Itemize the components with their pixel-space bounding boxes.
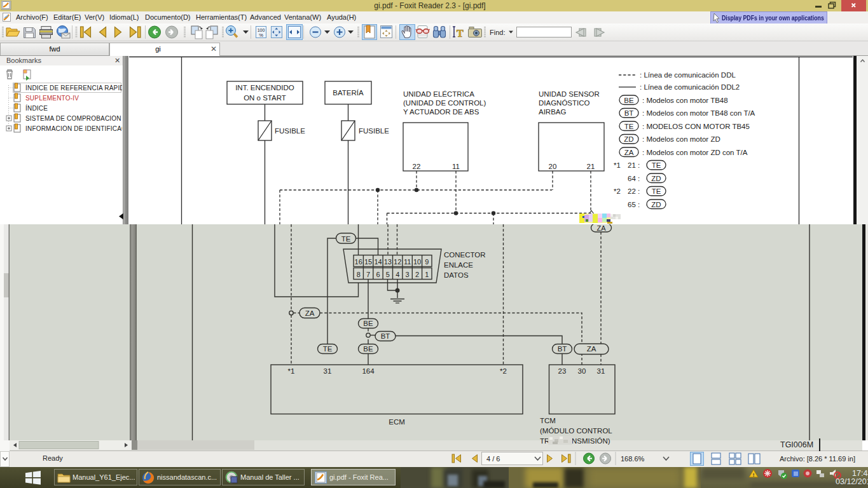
svg-text:!: ! bbox=[753, 472, 755, 478]
svg-text:1: 1 bbox=[425, 271, 429, 278]
svg-text:3: 3 bbox=[406, 271, 410, 278]
svg-text:21 :: 21 : bbox=[628, 161, 640, 169]
svg-text:ENLACE: ENLACE bbox=[444, 261, 473, 269]
svg-text:20: 20 bbox=[549, 163, 557, 170]
svg-text:BE: BE bbox=[363, 320, 373, 327]
svg-text:23: 23 bbox=[558, 367, 567, 375]
svg-text:*1: *1 bbox=[614, 161, 621, 169]
svg-text:ZA: ZA bbox=[596, 224, 606, 232]
svg-text:30: 30 bbox=[578, 367, 586, 375]
svg-text:22 :: 22 : bbox=[628, 187, 640, 195]
svg-text:16: 16 bbox=[355, 258, 362, 266]
svg-text:BE: BE bbox=[624, 97, 634, 104]
svg-text:BE: BE bbox=[363, 345, 373, 353]
svg-text:: Línea de comunicación DDL2: : Línea de comunicación DDL2 bbox=[640, 83, 740, 91]
svg-text:NSMISIÓN): NSMISIÓN) bbox=[572, 437, 610, 445]
svg-text:ZA: ZA bbox=[624, 149, 634, 156]
svg-text:ON o START: ON o START bbox=[244, 94, 286, 102]
svg-text:TE: TE bbox=[624, 123, 634, 130]
svg-text:TCM: TCM bbox=[540, 417, 556, 424]
svg-text:TE: TE bbox=[652, 187, 661, 195]
svg-text:9: 9 bbox=[425, 258, 429, 266]
svg-text:21: 21 bbox=[587, 163, 595, 170]
svg-text:: Modelos con motor ZD: : Modelos con motor ZD bbox=[642, 135, 720, 143]
svg-text:UNIDAD SENSOR: UNIDAD SENSOR bbox=[539, 90, 600, 98]
svg-text:Archivo: [8.26 * 11.69 in]: Archivo: [8.26 * 11.69 in] bbox=[780, 455, 855, 463]
svg-text:31: 31 bbox=[324, 367, 332, 375]
svg-text:Y ACTUADOR DE ABS: Y ACTUADOR DE ABS bbox=[403, 108, 479, 116]
svg-text:BT: BT bbox=[381, 332, 390, 340]
svg-text:BATERÍA: BATERÍA bbox=[333, 89, 364, 97]
svg-text:DATOS: DATOS bbox=[444, 271, 469, 279]
svg-text:TE: TE bbox=[323, 345, 333, 353]
svg-text:AIRBAG: AIRBAG bbox=[539, 108, 567, 116]
svg-text:ZD: ZD bbox=[624, 135, 633, 143]
svg-text:FUSIBLE: FUSIBLE bbox=[359, 127, 389, 135]
svg-text:13: 13 bbox=[384, 258, 392, 266]
svg-text:ZD: ZD bbox=[651, 175, 661, 182]
svg-text:: Modelos con motor ZD con T/A: : Modelos con motor ZD con T/A bbox=[642, 149, 748, 156]
svg-text:7: 7 bbox=[366, 271, 370, 278]
svg-text:FUSIBLE: FUSIBLE bbox=[275, 127, 305, 135]
svg-text:*2: *2 bbox=[500, 367, 507, 375]
svg-text:65 :: 65 : bbox=[628, 201, 640, 208]
svg-text:164: 164 bbox=[362, 367, 375, 375]
svg-text:5: 5 bbox=[386, 271, 390, 278]
svg-text:14: 14 bbox=[374, 258, 382, 266]
svg-text:22: 22 bbox=[413, 163, 421, 170]
svg-text:6: 6 bbox=[376, 271, 380, 278]
svg-text:100: 100 bbox=[258, 28, 265, 32]
svg-text:: MODELOS CON MOTOR TB45: : MODELOS CON MOTOR TB45 bbox=[642, 123, 750, 130]
svg-text:ECM: ECM bbox=[389, 418, 405, 426]
svg-text:: Modelos con motor TB48 con T: : Modelos con motor TB48 con T/A bbox=[642, 109, 755, 117]
svg-text:31: 31 bbox=[597, 367, 605, 375]
svg-text:DIAGNÓSTICO: DIAGNÓSTICO bbox=[539, 99, 590, 107]
svg-text:INT. ENCENDIDO: INT. ENCENDIDO bbox=[235, 84, 294, 92]
svg-text:168.6%: 168.6% bbox=[621, 455, 645, 463]
svg-text:4: 4 bbox=[396, 271, 399, 278]
svg-text:BT: BT bbox=[624, 109, 634, 117]
svg-text:2: 2 bbox=[415, 271, 419, 278]
svg-text:Find:: Find: bbox=[490, 29, 505, 36]
svg-text:11: 11 bbox=[404, 258, 411, 266]
svg-text:*2: *2 bbox=[614, 187, 621, 195]
svg-text:(MÓDULO CONTROL: (MÓDULO CONTROL bbox=[540, 427, 612, 435]
svg-text:: Línea de comunicación DDL: : Línea de comunicación DDL bbox=[640, 71, 736, 79]
svg-text:12: 12 bbox=[394, 258, 401, 266]
svg-text:TE: TE bbox=[652, 161, 661, 169]
svg-text:TE: TE bbox=[341, 235, 351, 243]
svg-text:CONECTOR: CONECTOR bbox=[444, 251, 486, 259]
svg-text:: Modelos con motor TB48: : Modelos con motor TB48 bbox=[642, 97, 728, 104]
svg-text:%: % bbox=[259, 32, 263, 38]
svg-text:8: 8 bbox=[357, 271, 361, 278]
svg-text:T: T bbox=[457, 28, 464, 39]
svg-text:4 / 6: 4 / 6 bbox=[486, 455, 500, 463]
svg-text:(UNIDAD DE CONTROL): (UNIDAD DE CONTROL) bbox=[403, 99, 486, 107]
svg-text:*1: *1 bbox=[288, 367, 295, 375]
svg-text:UNIDAD ELÉCTRICA: UNIDAD ELÉCTRICA bbox=[403, 90, 474, 98]
svg-text:ZA: ZA bbox=[305, 309, 315, 317]
svg-text:15: 15 bbox=[364, 258, 372, 266]
svg-text:BT: BT bbox=[558, 345, 567, 353]
svg-text:ZD: ZD bbox=[651, 201, 661, 208]
svg-text:64 :: 64 : bbox=[628, 175, 640, 182]
svg-text:11: 11 bbox=[452, 163, 460, 170]
svg-text:10: 10 bbox=[413, 258, 421, 266]
svg-text:ZA: ZA bbox=[587, 345, 596, 353]
